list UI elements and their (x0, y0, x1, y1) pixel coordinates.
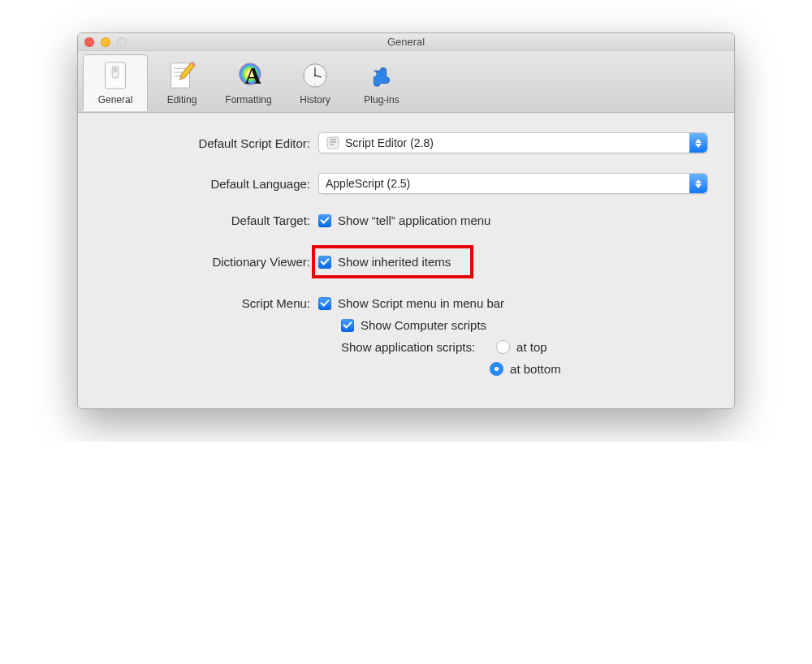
close-button[interactable] (84, 37, 94, 47)
tab-formatting-label: Formatting (218, 94, 279, 106)
default-language-popup[interactable]: AppleScript (2.5) (318, 173, 708, 194)
tab-general[interactable]: General (83, 54, 148, 110)
default-language-value: AppleScript (2.5) (326, 177, 410, 190)
app-scripts-at-bottom-radio[interactable] (490, 362, 503, 376)
editing-icon (151, 58, 213, 93)
tab-editing-label: Editing (151, 94, 213, 106)
show-application-scripts-label: Show application scripts: (341, 340, 475, 354)
default-script-editor-label: Default Script Editor: (101, 136, 318, 150)
app-scripts-at-top-radio-label: at top (516, 340, 547, 354)
default-language-label: Default Language: (101, 177, 318, 191)
app-scripts-position-row-bottom: Show application scripts: at bottom (101, 362, 711, 376)
tab-editing[interactable]: Editing (149, 55, 214, 110)
content-pane: Default Script Editor: Script Editor (2.… (78, 113, 734, 408)
show-tell-menu-checkbox-label: Show “tell” application menu (338, 213, 490, 227)
default-target-label: Default Target: (101, 213, 318, 227)
traffic-lights (84, 37, 127, 47)
show-script-menu-checkbox-label: Show Script menu in menu bar (338, 296, 504, 310)
dictionary-viewer-row: Dictionary Viewer: Show inherited items (101, 247, 711, 277)
show-computer-scripts-checkbox[interactable] (341, 319, 354, 332)
window-title: General (387, 36, 425, 48)
show-computer-scripts-row: Show Computer scripts (101, 318, 711, 332)
script-menu-label: Script Menu: (101, 296, 318, 310)
app-scripts-at-bottom-radio-label: at bottom (510, 362, 561, 376)
show-inherited-items-checkbox[interactable] (318, 256, 331, 269)
tab-general-label: General (85, 94, 145, 106)
plugins-icon (351, 58, 412, 93)
general-icon (85, 58, 145, 93)
script-menu-row: Script Menu: Show Script menu in menu ba… (101, 296, 711, 310)
dictionary-viewer-label: Dictionary Viewer: (101, 255, 318, 269)
tab-formatting[interactable]: A Formatting (216, 55, 281, 110)
formatting-icon: A (218, 58, 279, 93)
tab-history-label: History (284, 94, 346, 106)
toolbar: General Editing A Formatting History Plu… (78, 51, 734, 113)
app-scripts-at-top-radio[interactable] (496, 340, 510, 354)
default-script-editor-popup[interactable]: Script Editor (2.8) (318, 132, 708, 153)
tab-history[interactable]: History (283, 55, 348, 110)
zoom-button (117, 37, 127, 47)
tab-plugins-label: Plug-ins (351, 94, 412, 106)
default-target-row: Default Target: Show “tell” application … (101, 213, 711, 227)
show-inherited-items-checkbox-label: Show inherited items (338, 255, 451, 269)
svg-rect-2 (114, 67, 118, 72)
titlebar[interactable]: General (78, 33, 734, 51)
show-script-menu-checkbox[interactable] (318, 297, 331, 310)
svg-text:A: A (244, 63, 261, 88)
show-tell-menu-checkbox[interactable] (318, 214, 331, 227)
popup-arrows-icon (689, 174, 707, 193)
dictionary-viewer-cell: Show inherited items (318, 247, 470, 277)
default-language-row: Default Language: AppleScript (2.5) (101, 173, 711, 194)
svg-rect-20 (327, 137, 339, 149)
show-computer-scripts-checkbox-label: Show Computer scripts (361, 318, 486, 332)
default-script-editor-value: Script Editor (2.8) (345, 136, 434, 149)
app-scripts-position-row-top: Show application scripts: at top (101, 340, 711, 354)
history-icon (284, 58, 346, 93)
preferences-window: General General Editing A Formatting His… (77, 32, 735, 409)
default-script-editor-row: Default Script Editor: Script Editor (2.… (101, 132, 711, 153)
script-editor-app-icon (326, 136, 340, 150)
popup-arrows-icon (689, 133, 707, 153)
minimize-button[interactable] (101, 37, 110, 47)
tab-plugins[interactable]: Plug-ins (349, 55, 414, 110)
